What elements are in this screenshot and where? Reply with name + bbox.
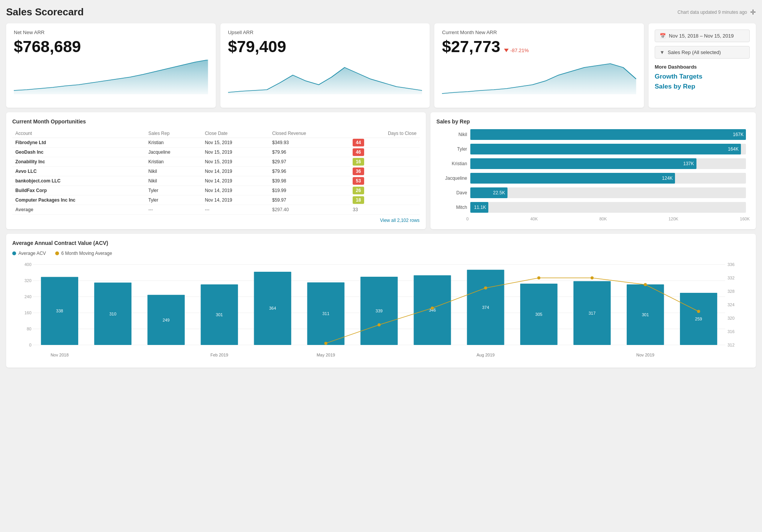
bar-axis: 0 40K 80K 120K 160K xyxy=(437,217,750,221)
sales-by-rep-link[interactable]: Sales by Rep xyxy=(655,83,750,90)
sales-rep-filter[interactable]: ▼ Sales Rep (All selected) xyxy=(655,46,750,59)
cell-rep: Nikil xyxy=(145,167,202,176)
moving-avg-dot xyxy=(591,276,594,279)
legend-avg-acv: Average ACV xyxy=(12,251,46,256)
growth-targets-link[interactable]: Growth Targets xyxy=(655,73,750,80)
svg-text:320: 320 xyxy=(25,278,31,283)
cell-account: Computer Packages Inc Inc xyxy=(12,195,145,205)
cell-close-date: Nov 15, 2019 xyxy=(202,138,269,148)
svg-text:338: 338 xyxy=(56,309,63,313)
rep-bar-label: Mitch xyxy=(440,205,467,210)
cell-days: 16 xyxy=(350,157,419,167)
cell-close-date: Nov 15, 2019 xyxy=(202,157,269,167)
svg-text:0: 0 xyxy=(29,343,31,347)
svg-text:301: 301 xyxy=(642,312,649,317)
col-sales-rep: Sales Rep xyxy=(145,129,202,138)
rep-bar-row: Mitch 11.1K xyxy=(440,202,746,213)
rep-bar-fill: 167K xyxy=(470,129,746,140)
updated-text: Chart data updated 9 minutes ago xyxy=(678,10,747,15)
chart-legend: Average ACV 6 Month Moving Average xyxy=(12,251,750,256)
cell-days: 26 xyxy=(350,186,419,195)
svg-text:328: 328 xyxy=(728,289,734,294)
col-close-date: Close Date xyxy=(202,129,269,138)
svg-text:332: 332 xyxy=(728,276,734,280)
calendar-icon: 📅 xyxy=(660,33,666,39)
svg-text:310: 310 xyxy=(109,312,116,316)
moving-avg-dot xyxy=(644,283,647,286)
view-all-link[interactable]: View all 2,102 rows xyxy=(12,218,420,223)
rep-bar-fill: 164K xyxy=(470,144,741,154)
add-icon[interactable]: ✛ xyxy=(750,8,756,16)
rep-bar-label: Jacqueline xyxy=(440,176,467,181)
rep-bar-fill: 11.1K xyxy=(470,202,488,213)
table-row: bankobject.com LLC Nikil Nov 14, 2019 $3… xyxy=(12,176,420,186)
cell-days: 46 xyxy=(350,148,419,157)
acv-title: Average Annual Contract Value (ACV) xyxy=(12,240,750,246)
svg-text:312: 312 xyxy=(728,343,734,347)
kpi-net-new-arr: Net New ARR $768,689 xyxy=(6,23,216,108)
cell-rep: Tyler xyxy=(145,195,202,205)
col-days-to-close: Days to Close xyxy=(350,129,419,138)
rep-bar-track: 164K xyxy=(470,144,746,154)
sales-rep-text: Sales Rep (All selected) xyxy=(668,49,721,55)
cell-account: BuildFax Corp xyxy=(12,186,145,195)
svg-text:80: 80 xyxy=(27,327,31,331)
svg-marker-0 xyxy=(14,60,208,94)
more-dashboards-label: More Dashboards xyxy=(655,64,750,70)
cell-days: 53 xyxy=(350,176,419,186)
legend-dot-blue xyxy=(12,251,16,255)
legend-moving-avg: 6 Month Moving Average xyxy=(55,251,112,256)
acv-chart-svg: 0801602403204003363323283243203163123383… xyxy=(16,261,746,360)
cell-days: 44 xyxy=(350,138,419,148)
svg-text:317: 317 xyxy=(589,311,596,315)
svg-text:400: 400 xyxy=(25,262,31,267)
date-range-filter[interactable]: 📅 Nov 15, 2018 – Nov 15, 2019 xyxy=(655,30,750,42)
kpi-value-1: $79,409 xyxy=(228,38,422,56)
sidebar-panel: 📅 Nov 15, 2018 – Nov 15, 2019 ▼ Sales Re… xyxy=(649,23,756,108)
filter-icon: ▼ xyxy=(660,49,665,55)
mini-chart-1 xyxy=(228,60,422,94)
mini-chart-0 xyxy=(14,60,208,94)
cell-revenue: $19.99 xyxy=(269,186,350,195)
svg-text:Nov 2018: Nov 2018 xyxy=(51,353,69,357)
moving-avg-dot xyxy=(324,342,327,345)
rep-bar-track: 137K xyxy=(470,158,746,169)
svg-text:311: 311 xyxy=(322,311,329,316)
cell-revenue: $349.93 xyxy=(269,138,350,148)
svg-text:374: 374 xyxy=(482,305,489,310)
cell-close-date: Nov 14, 2019 xyxy=(202,167,269,176)
cell-days: 36 xyxy=(350,167,419,176)
rep-bar-track: 22.5K xyxy=(470,187,746,198)
rep-bar-label: Kristian xyxy=(440,161,467,166)
arrow-down-icon xyxy=(504,49,509,52)
svg-marker-2 xyxy=(442,64,636,94)
table-row: Fibrodyne Ltd Kristian Nov 15, 2019 $349… xyxy=(12,138,420,148)
header-right: Chart data updated 9 minutes ago ✛ xyxy=(678,8,756,16)
kpi-value-2: $27,773 xyxy=(442,38,500,56)
rep-bar-fill: 22.5K xyxy=(470,187,507,198)
rep-bar-row: Tyler 164K xyxy=(440,144,746,154)
mini-chart-2 xyxy=(442,60,636,94)
cell-revenue: $59.97 xyxy=(269,195,350,205)
svg-text:160: 160 xyxy=(25,310,31,315)
rep-bar-row: Kristian 137K xyxy=(440,158,746,169)
svg-text:339: 339 xyxy=(376,309,383,313)
moving-avg-dot xyxy=(431,307,434,310)
rep-bar-row: Jacqueline 124K xyxy=(440,173,746,184)
cell-account: bankobject.com LLC xyxy=(12,176,145,186)
svg-text:364: 364 xyxy=(269,306,276,310)
kpi-badge-text: -87.21% xyxy=(510,48,529,53)
cell-rep: Nikil xyxy=(145,176,202,186)
cell-close-date: Nov 14, 2019 xyxy=(202,195,269,205)
svg-text:259: 259 xyxy=(695,317,702,321)
kpi-current-month: Current Month New ARR $27,773 -87.21% xyxy=(434,23,644,108)
cell-rep: Tyler xyxy=(145,186,202,195)
svg-text:249: 249 xyxy=(163,318,169,322)
acv-chart-wrapper: 0801602403204003363323283243203163123383… xyxy=(16,261,746,361)
cell-close-date: Nov 14, 2019 xyxy=(202,186,269,195)
rep-bar-value: 167K xyxy=(733,132,744,137)
moving-avg-dot xyxy=(484,286,487,289)
cell-rep: Kristian xyxy=(145,157,202,167)
kpi-upsell-arr: Upsell ARR $79,409 xyxy=(220,23,430,108)
page-title: Sales Scorecard xyxy=(6,6,84,18)
